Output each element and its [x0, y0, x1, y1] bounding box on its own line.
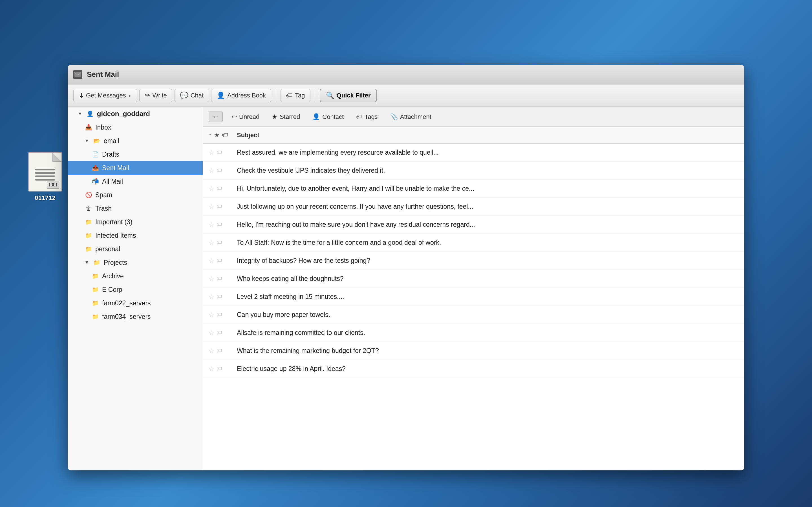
sidebar: ▼ 👤 gideon_goddard 📥 Inbox ▼ 📂 email 📄 D…: [68, 107, 203, 470]
filter-tags[interactable]: 🏷 Tags: [353, 112, 381, 122]
filter-contact[interactable]: 👤 Contact: [309, 112, 347, 122]
row-icons: ☆ 🏷: [209, 239, 237, 246]
address-book-label: Address Book: [227, 92, 266, 99]
row-icons: ☆ 🏷: [209, 311, 237, 319]
row-icons: ☆ 🏷: [209, 185, 237, 192]
title-bar: Sent Mail: [68, 65, 744, 84]
filter-unread[interactable]: ↩ Unread: [229, 112, 263, 122]
sidebar-item-farm022[interactable]: 📁 farm022_servers: [68, 296, 203, 310]
sidebar-item-projects[interactable]: ▼ 📁 Projects: [68, 256, 203, 269]
sidebar-item-personal[interactable]: 📁 personal: [68, 242, 203, 256]
file-icon-graphic: TXT: [28, 152, 62, 191]
row-star-icon[interactable]: ☆: [209, 203, 214, 210]
email-row[interactable]: ☆ 🏷 What is the remaining marketing budg…: [203, 342, 744, 360]
email-row[interactable]: ☆ 🏷 To All Staff: Now is the time for a …: [203, 234, 744, 252]
sidebar-trash-label: Trash: [95, 205, 112, 212]
email-row[interactable]: ☆ 🏷 Hello, I'm reaching out to make sure…: [203, 216, 744, 234]
quick-filter-label: Quick Filter: [337, 92, 371, 99]
email-subject: Electric usage up 28% in April. Ideas?: [237, 365, 739, 373]
write-button[interactable]: ✏ Write: [139, 89, 172, 102]
email-row[interactable]: ☆ 🏷 Electric usage up 28% in April. Idea…: [203, 360, 744, 378]
personal-icon: 📁: [85, 245, 93, 253]
sidebar-item-sent-mail[interactable]: 📤 Sent Mail: [68, 161, 203, 175]
sidebar-item-ecorp[interactable]: 📁 E Corp: [68, 283, 203, 296]
email-row[interactable]: ☆ 🏷 Integrity of backups? How are the te…: [203, 252, 744, 270]
file-badge: TXT: [47, 181, 59, 189]
row-star-icon[interactable]: ☆: [209, 275, 214, 283]
row-star-icon[interactable]: ☆: [209, 311, 214, 319]
sidebar-farm022-label: farm022_servers: [102, 299, 151, 307]
tags-label: Tags: [364, 113, 377, 121]
row-star-icon[interactable]: ☆: [209, 257, 214, 265]
address-book-button[interactable]: 👤 Address Book: [211, 89, 271, 102]
row-icons: ☆ 🏷: [209, 293, 237, 300]
row-tag-icon: 🏷: [216, 276, 222, 282]
tag-button[interactable]: 🏷 Tag: [281, 89, 310, 102]
email-row[interactable]: ☆ 🏷 Check the vestibule UPS indicates th…: [203, 162, 744, 180]
sidebar-item-all-mail[interactable]: 📬 All Mail: [68, 175, 203, 188]
title-bar-icon: [73, 70, 82, 79]
email-subject: Allsafe is remaining committed to our cl…: [237, 329, 739, 337]
email-row[interactable]: ☆ 🏷 Hi, Unfortunately, due to another ev…: [203, 180, 744, 198]
sidebar-item-infected-items[interactable]: 📁 Infected Items: [68, 229, 203, 242]
col-icons: ↑ ★ 🏷: [209, 131, 237, 139]
email-row[interactable]: ☆ 🏷 Rest assured, we are implementing ev…: [203, 144, 744, 162]
farm034-icon: 📁: [91, 313, 99, 321]
email-subject: Check the vestibule UPS indicates they d…: [237, 167, 739, 174]
tag-label: Tag: [295, 92, 305, 99]
sidebar-item-drafts[interactable]: 📄 Drafts: [68, 148, 203, 161]
row-star-icon[interactable]: ☆: [209, 239, 214, 246]
row-star-icon[interactable]: ☆: [209, 149, 214, 156]
row-star-icon[interactable]: ☆: [209, 329, 214, 337]
important-icon: 📁: [85, 218, 93, 226]
subject-header[interactable]: Subject: [237, 131, 739, 139]
sort-icon[interactable]: ↑: [209, 131, 212, 139]
get-messages-icon: ⬇: [79, 92, 84, 100]
row-star-icon[interactable]: ☆: [209, 347, 214, 355]
email-row[interactable]: ☆ 🏷 Who keeps eating all the doughnuts?: [203, 270, 744, 288]
archive-icon: 📁: [91, 272, 99, 280]
row-star-icon[interactable]: ☆: [209, 185, 214, 192]
sidebar-item-trash[interactable]: 🗑 Trash: [68, 202, 203, 215]
email-row[interactable]: ☆ 🏷 Just following up on your recent con…: [203, 198, 744, 216]
attachment-icon: 📎: [390, 113, 398, 121]
row-star-icon[interactable]: ☆: [209, 221, 214, 228]
sidebar-account[interactable]: ▼ 👤 gideon_goddard: [68, 107, 203, 121]
get-messages-button[interactable]: ⬇ Get Messages ▼: [73, 89, 137, 102]
row-star-icon[interactable]: ☆: [209, 167, 214, 174]
row-tag-icon: 🏷: [216, 239, 222, 246]
row-star-icon[interactable]: ☆: [209, 365, 214, 373]
row-tag-icon: 🏷: [216, 312, 222, 318]
filter-attachment[interactable]: 📎 Attachment: [387, 112, 435, 122]
filter-back-button[interactable]: ←: [209, 112, 223, 122]
filter-starred[interactable]: ★ Starred: [268, 112, 303, 122]
sidebar-item-inbox[interactable]: 📥 Inbox: [68, 121, 203, 134]
unread-icon: ↩: [232, 113, 237, 121]
email-subject: Who keeps eating all the doughnuts?: [237, 275, 739, 283]
sidebar-item-email[interactable]: ▼ 📂 email: [68, 134, 203, 148]
sidebar-item-spam[interactable]: 🚫 Spam: [68, 188, 203, 202]
sidebar-personal-label: personal: [95, 245, 120, 253]
sidebar-item-farm034[interactable]: 📁 farm034_servers: [68, 310, 203, 323]
email-list-area: ← ↩ Unread ★ Starred 👤 Contact 🏷 Tags: [203, 107, 744, 470]
sidebar-ecorp-label: E Corp: [102, 286, 122, 293]
email-row[interactable]: ☆ 🏷 Level 2 staff meeting in 15 minutes.…: [203, 288, 744, 306]
sidebar-sent-mail-label: Sent Mail: [102, 164, 129, 172]
email-subject: Level 2 staff meeting in 15 minutes....: [237, 293, 739, 300]
filter-bar: ← ↩ Unread ★ Starred 👤 Contact 🏷 Tags: [203, 107, 744, 127]
col-star-icon[interactable]: ★: [214, 131, 220, 139]
email-subject: Just following up on your recent concern…: [237, 203, 739, 210]
sidebar-item-important[interactable]: 📁 Important (3): [68, 215, 203, 229]
quick-filter-button[interactable]: 🔍 Quick Filter: [320, 89, 377, 102]
row-tag-icon: 🏷: [216, 203, 222, 210]
email-row[interactable]: ☆ 🏷 Allsafe is remaining committed to ou…: [203, 324, 744, 342]
quick-filter-icon: 🔍: [326, 92, 335, 100]
sidebar-projects-label: Projects: [104, 259, 127, 267]
col-tag-icon[interactable]: 🏷: [222, 131, 228, 139]
row-star-icon[interactable]: ☆: [209, 293, 214, 300]
desktop-file-icon[interactable]: TXT 011712: [28, 152, 62, 202]
email-row[interactable]: ☆ 🏷 Can you buy more paper towels.: [203, 306, 744, 324]
row-tag-icon: 🏷: [216, 348, 222, 354]
chat-button[interactable]: 💬 Chat: [174, 89, 209, 102]
sidebar-item-archive[interactable]: 📁 Archive: [68, 269, 203, 283]
